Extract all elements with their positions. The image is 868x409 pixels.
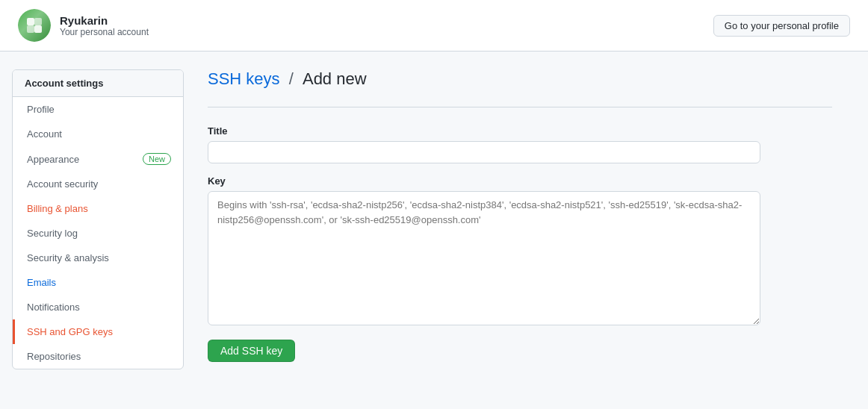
user-details: Ryukarin Your personal account [60, 14, 149, 37]
sidebar-item-label: Account security [27, 178, 98, 190]
key-label: Key [208, 175, 760, 187]
sidebar-item-billing[interactable]: Billing & plans [13, 196, 183, 221]
sidebar-item-appearance[interactable]: Appearance New [13, 146, 183, 172]
ssh-key-form: Title Key Add SSH key [208, 125, 760, 362]
svg-rect-2 [27, 25, 34, 33]
svg-rect-1 [34, 18, 42, 25]
main-content: SSH keys / Add new Title Key Add SSH key [184, 69, 856, 369]
sidebar-item-profile[interactable]: Profile [13, 97, 183, 122]
goto-profile-button[interactable]: Go to your personal profile [713, 15, 850, 37]
sidebar-item-security-analysis[interactable]: Security & analysis [13, 246, 183, 270]
sidebar-item-label: Security & analysis [27, 252, 109, 263]
svg-rect-3 [34, 25, 42, 33]
breadcrumb-link[interactable]: SSH keys [208, 69, 280, 88]
sidebar-item-label: Emails [27, 277, 56, 288]
breadcrumb-separator: / [289, 69, 298, 88]
page-header: Ryukarin Your personal account Go to you… [0, 0, 868, 51]
svg-rect-0 [27, 18, 34, 25]
section-divider [208, 107, 832, 107]
new-badge: New [143, 153, 171, 165]
avatar-image [18, 9, 51, 42]
title-label: Title [208, 125, 760, 137]
sidebar-item-label: Notifications [27, 302, 80, 313]
page-layout: Account settings Profile Account Appeara… [0, 51, 868, 387]
sidebar-item-label: Repositories [27, 351, 81, 362]
sidebar-item-account[interactable]: Account [13, 122, 183, 146]
username-label: Ryukarin [60, 14, 149, 27]
sidebar-item-emails[interactable]: Emails [13, 270, 183, 295]
sidebar-item-notifications[interactable]: Notifications [13, 295, 183, 319]
sidebar: Account settings Profile Account Appeara… [12, 69, 184, 369]
title-input[interactable] [208, 141, 760, 163]
sidebar-item-repositories[interactable]: Repositories [13, 344, 183, 369]
sidebar-item-label: Profile [27, 104, 55, 115]
sidebar-item-label: Billing & plans [27, 203, 88, 214]
add-ssh-key-button[interactable]: Add SSH key [208, 340, 295, 362]
breadcrumb-current: Add new [303, 69, 367, 88]
key-textarea[interactable] [208, 191, 760, 325]
sidebar-item-security-log[interactable]: Security log [13, 221, 183, 246]
sidebar-item-label: Security log [27, 228, 78, 239]
sidebar-heading: Account settings [13, 70, 183, 97]
avatar [18, 9, 51, 42]
sidebar-item-label: Appearance [27, 154, 79, 165]
sidebar-item-ssh-gpg[interactable]: SSH and GPG keys [13, 319, 183, 344]
sidebar-item-account-security[interactable]: Account security [13, 172, 183, 196]
sidebar-item-label: Account [27, 128, 62, 140]
breadcrumb: SSH keys / Add new [208, 69, 832, 89]
user-info-block: Ryukarin Your personal account [18, 9, 149, 42]
sidebar-item-label: SSH and GPG keys [27, 326, 113, 337]
user-subtitle: Your personal account [60, 27, 149, 37]
